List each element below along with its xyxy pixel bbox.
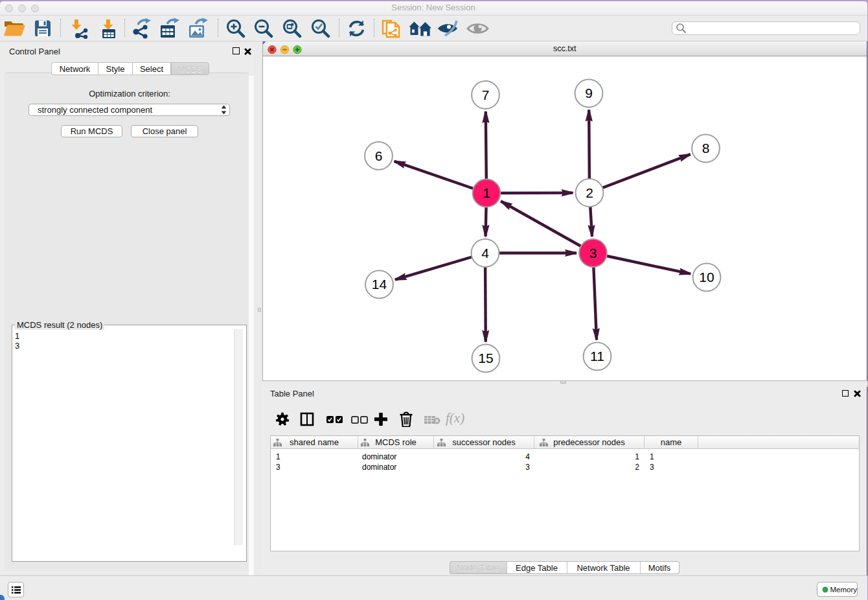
svg-text:8: 8	[702, 141, 710, 156]
svg-text:2: 2	[586, 185, 593, 200]
svg-text:1: 1	[483, 185, 490, 200]
svg-text:3: 3	[589, 246, 597, 260]
svg-text:10: 10	[699, 270, 714, 284]
svg-text:6: 6	[375, 148, 383, 163]
svg-text:14: 14	[372, 277, 387, 292]
svg-text:11: 11	[590, 349, 604, 363]
svg-text:15: 15	[478, 351, 493, 365]
svg-text:7: 7	[482, 87, 490, 102]
svg-text:4: 4	[481, 246, 489, 260]
svg-text:9: 9	[585, 86, 593, 100]
